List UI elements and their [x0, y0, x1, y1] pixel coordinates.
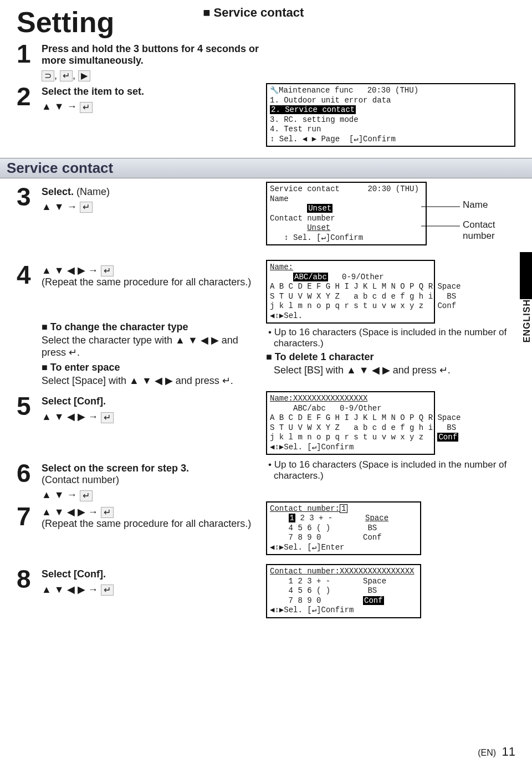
num-1-selected: 1 [289, 514, 295, 522]
section-header: ■ Service contact [203, 6, 304, 20]
delete-text: Select [BS] with ▲ ▼ ◀ ▶ and press ↵. [274, 364, 515, 376]
screen-service-contact: Service contact 20:30 (THU) Name Unset C… [266, 182, 427, 245]
row-step-4: 4 ▲ ▼ ◀ ▶ → ↵ (Repeat the same procedure… [17, 260, 515, 388]
row-step-5: 5 Select [Conf]. ▲ ▼ ◀ ▶ → ↵ Name:XXXXXX… [17, 391, 515, 458]
tab-num: 0-9/Other [342, 273, 384, 281]
enter-icon: ↵ [80, 202, 93, 213]
header-row: Setting ■ Service contact [17, 6, 515, 39]
step-5-num: 5 [17, 393, 42, 419]
step-6-text-b: (Contact number) [42, 474, 260, 486]
row-step-7: 7 ▲ ▼ ◀ ▶ → ↵ (Repeat the same procedure… [17, 501, 515, 559]
name-conf-footer: ◀↕▶Sel. [↵]Confirm [270, 443, 354, 452]
enter-icon: ↵ [80, 102, 93, 113]
menu-item-4: 4. Test run [270, 125, 321, 134]
num-entry-footer: ◀↕▶Sel. [↵]Enter [270, 543, 345, 552]
svc-footer: ↕ Sel. [↵]Confirm [284, 233, 363, 242]
char-row-2: S T U V W X Y Z a b c d e f g h i BS [270, 292, 466, 301]
svc-name-value: Unset [307, 204, 332, 213]
step-3-text-a: Select. [42, 186, 76, 197]
step-7-text: (Repeat the same procedure for all chara… [42, 518, 260, 530]
num-conf-footer: ◀↕▶Sel. [↵]Confirm [270, 606, 354, 614]
step-8: 8 Select [Conf]. ▲ ▼ ◀ ▶ → ↵ [17, 566, 260, 596]
lang-tab: ENGLISH [522, 299, 532, 342]
enter-icon: ↵ [101, 265, 114, 276]
num-row-1b: 2 3 + - [295, 514, 365, 522]
screen-maintenance: Maintenance func 20:30 (THU) 1. Outdoor … [266, 83, 515, 147]
lang-tab-marker [520, 252, 532, 299]
enter-space-text: Select [Space] with ▲ ▼ ◀ ▶ and press ↵. [42, 375, 260, 387]
char-row-3: j k l m n o p q r s t u v w x y z Conf [270, 301, 461, 310]
char-row-3: j k l m n o p q r s t u v w x y z [270, 433, 437, 442]
svc-title-l: Service contact [270, 184, 340, 193]
step-3-icons: ▲ ▼ → ↵ [42, 201, 260, 213]
wrench-icon [270, 86, 279, 95]
step-8-text: Select [Conf]. [42, 568, 260, 580]
step-8-icons: ▲ ▼ ◀ ▶ → ↵ [42, 583, 260, 596]
step-5-icons: ▲ ▼ ◀ ▶ → ↵ [42, 411, 260, 423]
tab-abc: ABC/abc [293, 404, 326, 413]
back-icon: ⊃ [42, 70, 54, 81]
footer-lang: (EN) [478, 748, 496, 757]
step-6-num: 6 [17, 460, 42, 486]
conf-selected: Conf [363, 596, 384, 605]
note-16-a: • Up to 16 characters (Space is included… [274, 327, 515, 349]
step-2-text: Select the item to set. [42, 86, 260, 98]
step-6-icons: ▲ ▼ → ↵ [42, 489, 260, 501]
char-row-2: S T U V W X Y Z a b c d e f g h i BS [270, 423, 466, 432]
step-7-icons: ▲ ▼ ◀ ▶ → ↵ [42, 506, 260, 518]
svc-contact-label: Contact number [270, 214, 335, 223]
page: Setting ■ Service contact 1 Press and ho… [0, 0, 532, 769]
name-entry-header: Name: [270, 263, 293, 271]
svc-name-label: Name [270, 194, 289, 203]
page-footer: (EN) 11 [478, 745, 515, 759]
svc-contact-value: Unset [307, 223, 330, 232]
step-7-num: 7 [17, 504, 42, 529]
change-type-heading: ■ To change the character type [42, 321, 260, 333]
enter-icon: ↵ [80, 490, 93, 501]
step-2-icons: ▲ ▼ → ↵ [42, 101, 260, 112]
num-row-1: 1 2 3 + - Space [289, 577, 386, 586]
step-3: 3 Select. (Name) ▲ ▼ → ↵ [17, 184, 260, 213]
enter-space-heading: ■ To enter space [42, 362, 260, 373]
step-6-text-a: Select on the screen for step 3. [42, 463, 260, 474]
svc-title-r: 20:30 (THU) [367, 184, 418, 193]
step-4-icons: ▲ ▼ ◀ ▶ → ↵ [42, 264, 260, 276]
cursor-icon: 1 [340, 504, 347, 513]
section-bar: Service contact [0, 158, 532, 178]
screen-name-entry: Name: ABC/abc 0-9/Other A B C D E F G H … [266, 260, 435, 324]
screen-footer: ↕ Sel. ◀ ▶ Page [↵]Confirm [270, 135, 396, 143]
step-7: 7 ▲ ▼ ◀ ▶ → ↵ (Repeat the same procedure… [17, 504, 260, 530]
num-row-3: 7 8 9 0 [289, 596, 363, 605]
tab-abc: ABC/abc [293, 273, 328, 281]
conf-selected: Conf [437, 433, 458, 442]
num-conf-header: Contact number:XXXXXXXXXXXXXXXX [270, 567, 414, 576]
step-3-text-b: (Name) [76, 186, 110, 197]
num-entry-header: Contact number: [270, 504, 340, 513]
callout-name: Name [463, 199, 488, 211]
row-step-6: 6 Select on the screen for step 3. (Cont… [17, 458, 515, 501]
screen-name-conf: Name:XXXXXXXXXXXXXXXX ABC/abc 0-9/Other … [266, 391, 435, 455]
name-conf-header: Name:XXXXXXXXXXXXXXXX [270, 394, 367, 403]
num-row-2: 4 5 6 ( ) BS [289, 524, 386, 532]
menu-item-3: 3. RC. setting mode [270, 115, 359, 124]
space-btn: Space [365, 514, 388, 522]
step-4-num: 4 [17, 262, 42, 288]
footer-page-number: 11 [502, 745, 515, 758]
tab-num: 0-9/Other [340, 404, 382, 413]
step-6: 6 Select on the screen for step 3. (Cont… [17, 460, 260, 501]
row-step-3: 3 Select. (Name) ▲ ▼ → ↵ Service contact… [17, 182, 515, 249]
step-4: 4 ▲ ▼ ◀ ▶ → ↵ (Repeat the same procedure… [17, 262, 260, 288]
step-2: 2 Select the item to set. ▲ ▼ → ↵ [17, 84, 260, 112]
step-1: 1 Press and hold the 3 buttons for 4 sec… [17, 41, 260, 81]
step-3-num: 3 [17, 184, 42, 209]
row-steps-1-2: 1 Press and hold the 3 buttons for 4 sec… [17, 39, 515, 150]
delete-heading: ■ To delete 1 character [266, 351, 515, 363]
menu-item-2-selected: 2. Service contact [270, 105, 356, 114]
num-row-3: 7 8 9 0 Conf [289, 533, 386, 542]
step-5: 5 Select [Conf]. ▲ ▼ ◀ ▶ → ↵ [17, 393, 260, 423]
screen-number-conf: Contact number:XXXXXXXXXXXXXXXX 1 2 3 + … [266, 564, 421, 618]
note-16-b: • Up to 16 characters (Space is included… [274, 459, 515, 481]
enter-icon: ↵ [60, 70, 73, 81]
char-row-1: A B C D E F G H I J K L M N O P Q R Spac… [270, 282, 461, 291]
step-8-num: 8 [17, 566, 42, 592]
